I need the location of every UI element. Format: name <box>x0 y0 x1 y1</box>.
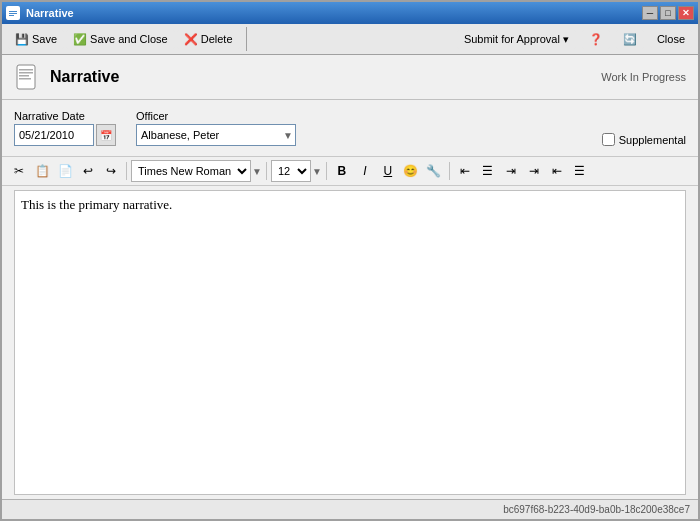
narrative-date-group: Narrative Date 05/21/2010 📅 <box>14 110 116 146</box>
svg-rect-8 <box>19 78 31 80</box>
content-area: Narrative Work In Progress Narrative Dat… <box>2 55 698 499</box>
editor-content: This is the primary narrative. <box>21 197 172 212</box>
narrative-editor[interactable]: This is the primary narrative. <box>14 190 686 495</box>
narrative-date-input[interactable]: 05/21/2010 <box>14 124 94 146</box>
toolbar-sep-2 <box>266 162 267 180</box>
delete-icon: ❌ <box>184 33 198 46</box>
header-panel: Narrative Work In Progress <box>2 55 698 100</box>
italic-button[interactable]: I <box>354 160 376 182</box>
editor-toolbar: ✂ 📋 📄 ↩ ↪ Times New Roman Arial Courier … <box>2 157 698 186</box>
supplemental-label: Supplemental <box>619 134 686 146</box>
underline-button[interactable]: U <box>377 160 399 182</box>
paste-button[interactable]: 📄 <box>54 160 76 182</box>
submit-arrow-icon: ▾ <box>563 33 569 46</box>
save-and-close-button[interactable]: ✅ Save and Close <box>66 30 175 49</box>
delete-button[interactable]: ❌ Delete <box>177 30 240 49</box>
emoji-button-1[interactable]: 😊 <box>400 160 422 182</box>
align-left-button[interactable]: ⇤ <box>454 160 476 182</box>
titlebar-title: Narrative <box>26 7 74 19</box>
titlebar: Narrative ─ □ ✕ <box>2 2 698 24</box>
svg-rect-5 <box>19 69 33 71</box>
window-close-button[interactable]: ✕ <box>678 6 694 20</box>
page-title: Narrative <box>50 68 119 86</box>
main-toolbar: 💾 Save ✅ Save and Close ❌ Delete Submit … <box>2 24 698 55</box>
titlebar-controls: ─ □ ✕ <box>642 6 694 20</box>
svg-rect-2 <box>9 13 17 14</box>
svg-rect-6 <box>19 72 33 74</box>
save-icon: 💾 <box>15 33 29 46</box>
titlebar-left: Narrative <box>6 6 74 20</box>
outdent-button[interactable]: ⇤ <box>546 160 568 182</box>
officer-select-wrapper: Albanese, Peter ▼ <box>136 124 296 146</box>
svg-rect-4 <box>17 65 35 89</box>
toolbar-sep-1 <box>126 162 127 180</box>
officer-label: Officer <box>136 110 296 122</box>
statusbar: bc697f68-b223-40d9-ba0b-18c200e38ce7 <box>2 499 698 519</box>
bold-button[interactable]: B <box>331 160 353 182</box>
svg-rect-7 <box>19 75 29 77</box>
redo-button[interactable]: ↪ <box>100 160 122 182</box>
toolbar-sep-3 <box>326 162 327 180</box>
close-button[interactable]: Close <box>650 30 692 48</box>
toolbar-right: Submit for Approval ▾ ❓ 🔄 Close <box>457 30 692 49</box>
officer-group: Officer Albanese, Peter ▼ <box>136 110 296 146</box>
form-area: Narrative Date 05/21/2010 📅 Officer Alba… <box>2 100 698 157</box>
font-family-select[interactable]: Times New Roman Arial Courier New <box>131 160 251 182</box>
officer-select[interactable]: Albanese, Peter <box>136 124 296 146</box>
help-button[interactable]: ❓ <box>582 30 610 49</box>
status-badge: Work In Progress <box>601 71 686 83</box>
undo-button[interactable]: ↩ <box>77 160 99 182</box>
calendar-icon: 📅 <box>100 130 112 141</box>
svg-rect-3 <box>9 15 14 16</box>
main-window: Narrative ─ □ ✕ 💾 Save ✅ Save and Close … <box>0 0 700 521</box>
maximize-button[interactable]: □ <box>660 6 676 20</box>
window-icon <box>6 6 20 20</box>
font-dropdown-arrow-icon: ▼ <box>252 166 262 177</box>
align-center-button[interactable]: ☰ <box>477 160 499 182</box>
font-size-select[interactable]: 12 8 10 14 16 <box>271 160 311 182</box>
refresh-button[interactable]: 🔄 <box>616 30 644 49</box>
copy-button[interactable]: 📋 <box>31 160 53 182</box>
hash-value: bc697f68-b223-40d9-ba0b-18c200e38ce7 <box>503 504 690 515</box>
narrative-date-label: Narrative Date <box>14 110 116 122</box>
minimize-button[interactable]: ─ <box>642 6 658 20</box>
save-button[interactable]: 💾 Save <box>8 30 64 49</box>
date-input-group: 05/21/2010 📅 <box>14 124 116 146</box>
list-button[interactable]: ☰ <box>569 160 591 182</box>
size-dropdown-arrow-icon: ▼ <box>312 166 322 177</box>
toolbar-separator <box>246 27 247 51</box>
narrative-icon <box>14 63 42 91</box>
supplemental-checkbox[interactable] <box>602 133 615 146</box>
supplemental-group: Supplemental <box>602 133 686 146</box>
help-icon: ❓ <box>589 33 603 46</box>
cut-button[interactable]: ✂ <box>8 160 30 182</box>
save-and-close-icon: ✅ <box>73 33 87 46</box>
toolbar-sep-4 <box>449 162 450 180</box>
refresh-icon: 🔄 <box>623 33 637 46</box>
emoji-button-2[interactable]: 🔧 <box>423 160 445 182</box>
align-right-button[interactable]: ⇥ <box>500 160 522 182</box>
indent-button[interactable]: ⇥ <box>523 160 545 182</box>
submit-for-approval-button[interactable]: Submit for Approval ▾ <box>457 30 576 49</box>
svg-rect-1 <box>9 11 17 12</box>
calendar-button[interactable]: 📅 <box>96 124 116 146</box>
